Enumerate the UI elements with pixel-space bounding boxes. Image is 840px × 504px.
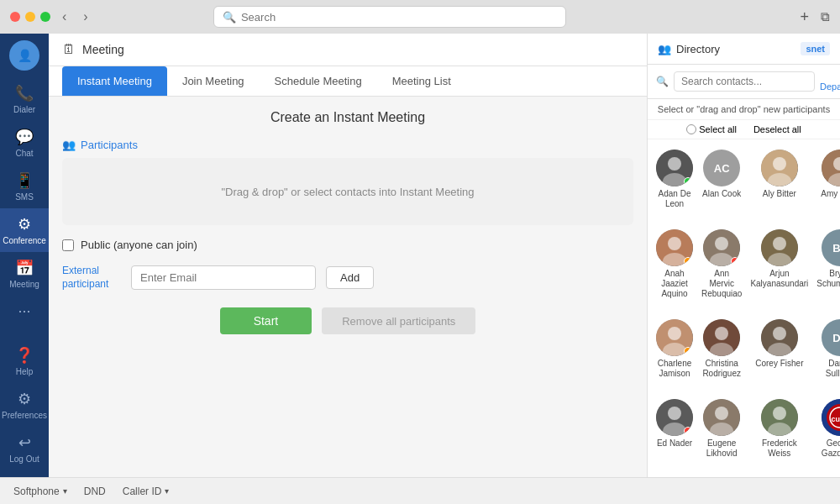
sidebar-item-sms[interactable]: 📱 SMS [0,165,49,208]
status-dot [684,347,692,355]
svg-point-16 [773,237,786,250]
contact-item[interactable]: Eugene Likhovid [700,396,743,470]
status-dot [731,257,739,265]
add-button[interactable]: Add [326,266,374,289]
contact-item[interactable]: Ed Nader [654,396,695,470]
svg-point-31 [715,407,728,420]
status-dot [684,177,692,186]
softphone-selector[interactable]: Softphone ▾ [13,486,67,497]
contact-name: Amy Gallo [821,189,840,199]
minimize-button[interactable] [25,12,35,22]
contact-item[interactable]: DSDaniel Sullivan [815,316,840,391]
contact-item[interactable]: Charlene Jamison [654,316,695,391]
status-dot [684,257,692,265]
directory-search-input[interactable] [674,71,815,92]
directory-icon: 👥 [658,43,671,55]
public-checkbox-row: Public (anyone can join) [62,239,633,251]
select-all-button[interactable]: Select all [686,124,737,134]
dialer-icon: 📞 [15,84,34,102]
participants-label: 👥 Participants [62,139,633,151]
window-icon[interactable]: ⧉ [821,9,830,24]
svg-point-13 [715,237,728,250]
participants-icon: 👥 [62,139,76,151]
contact-item[interactable]: Anah Jaaziet Aquino [654,226,695,311]
start-button[interactable]: Start [220,307,312,334]
create-meeting-title: Create an Instant Meeting [62,110,633,125]
title-bar: ‹ › 🔍 + ⧉ [0,0,840,34]
sidebar-item-label: Chat [15,149,33,158]
close-button[interactable] [10,12,20,22]
svg-point-19 [668,327,681,340]
sms-icon: 📱 [15,171,34,190]
contact-name: Christina Rodriguez [701,359,742,379]
sidebar-item-logout[interactable]: ↩ Log Out [0,427,49,470]
sidebar-item-meeting[interactable]: 📅 Meeting [0,252,49,296]
contact-item[interactable]: Christina Rodriguez [700,316,743,391]
public-checkbox[interactable] [62,239,74,251]
email-field[interactable] [131,265,316,290]
contact-name: Charlene Jamison [656,359,693,379]
tab-join-meeting[interactable]: Join Meeting [167,66,260,96]
contact-name: Alan Cook [702,189,741,199]
contact-name: George Gazdacka [816,438,840,459]
avatar[interactable]: 👤 [9,40,39,71]
external-participant-row: External participant Add [62,265,633,291]
directory-title: 👥 Directory [658,43,720,55]
bottom-bar: Softphone ▾ DND Caller ID ▾ [0,477,840,504]
softphone-label: Softphone [13,486,60,497]
sidebar-item-label: Dialer [13,105,35,114]
drop-zone[interactable]: "Drag & drop" or select contacts into In… [62,158,633,225]
sidebar-bottom: ❓ Help ⚙ Preferences ↩ Log Out [0,339,49,470]
contact-item[interactable]: Arjun Kalyanasundari [748,226,810,311]
search-input[interactable] [241,11,557,24]
action-buttons: Start Remove all participants [62,307,633,334]
svg-point-22 [715,327,728,340]
forward-button[interactable]: › [78,8,92,26]
tab-instant-meeting[interactable]: Instant Meeting [62,66,167,96]
sidebar-item-preferences[interactable]: ⚙ Preferences [0,383,49,427]
sidebar: 👤 📞 Dialer 💬 Chat 📱 SMS ⚙ Conference 📅 M… [0,34,49,477]
tab-meeting-list[interactable]: Meeting List [377,66,466,96]
back-button[interactable]: ‹ [57,8,71,26]
directory-header: 👥 Directory snet [648,34,840,65]
meeting-icon: 📅 [15,259,34,277]
directory-search-row: 🔍 All Departments ▾ [648,65,840,99]
avatar-icon: 👤 [18,49,32,62]
dnd-toggle[interactable]: DND [84,486,106,497]
remove-all-button[interactable]: Remove all participants [322,307,475,334]
department-filter[interactable]: All Departments ▾ [820,71,840,92]
address-bar[interactable]: 🔍 [213,6,566,28]
sidebar-item-dialer[interactable]: 📞 Dialer [0,77,49,121]
contact-item[interactable]: cubsGeorge Gazdacka [815,396,840,470]
maximize-button[interactable] [40,12,50,22]
svg-point-34 [773,407,786,420]
sidebar-item-chat[interactable]: 💬 Chat [0,121,49,165]
sidebar-item-label: Log Out [9,454,39,464]
contact-item[interactable]: Aly Bitter [748,146,810,221]
dnd-label: DND [84,486,106,497]
contact-item[interactable]: Amy Gallo [815,146,840,221]
contact-name: Ed Nader [657,438,692,449]
sidebar-item-conference[interactable]: ⚙ Conference [0,208,49,252]
logout-icon: ↩ [18,433,31,452]
contact-item[interactable]: Adan De Leon [654,146,695,221]
softphone-caret-icon: ▾ [63,486,67,496]
more-options-icon[interactable]: ··· [11,296,37,327]
callerid-selector[interactable]: Caller ID ▾ [123,486,170,497]
sidebar-item-help[interactable]: ❓ Help [0,339,49,383]
page-title: Meeting [82,43,124,56]
meeting-header-icon: 🗓 [62,42,76,57]
callerid-caret-icon: ▾ [165,486,169,496]
contact-item[interactable]: ACAlan Cook [700,146,743,221]
conference-icon: ⚙ [18,215,31,234]
search-icon: 🔍 [656,76,669,87]
deselect-all-button[interactable]: Deselect all [753,124,801,134]
svg-text:cubs: cubs [832,415,840,423]
add-tab-icon[interactable]: + [800,8,809,26]
contact-item[interactable]: Ann Mervic Rebuquiao [700,226,743,311]
contact-item[interactable]: Frederick Weiss [748,396,810,470]
contact-item[interactable]: Corey Fisher [748,316,810,391]
sidebar-item-label: Help [16,367,34,376]
tab-schedule-meeting[interactable]: Schedule Meeting [260,66,377,96]
contact-item[interactable]: BSBryan Schumacher [815,226,840,311]
